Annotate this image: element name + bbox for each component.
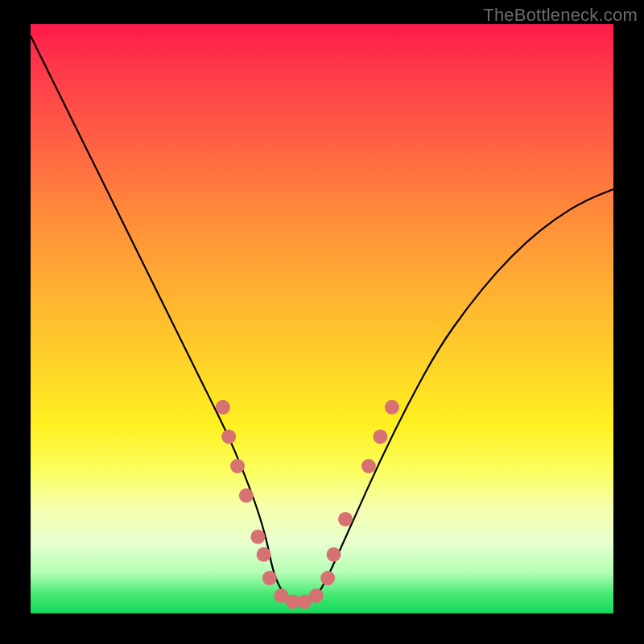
data-point [309, 588, 324, 603]
data-point [239, 489, 254, 503]
data-point [230, 459, 245, 473]
data-point [216, 400, 230, 415]
data-point [338, 512, 353, 526]
data-point [257, 547, 271, 562]
data-point [250, 530, 265, 544]
data-point [385, 400, 399, 415]
data-point [221, 429, 236, 444]
data-point [373, 429, 387, 444]
data-point [320, 571, 335, 585]
chart-container: TheBottleneck.com [0, 0, 644, 644]
data-point [262, 571, 277, 585]
data-point [361, 459, 376, 473]
data-point [327, 547, 341, 562]
data-points-group [216, 400, 399, 609]
bottleneck-curve-svg [31, 24, 613, 613]
plot-area [31, 24, 613, 613]
bottleneck-curve [31, 36, 613, 602]
watermark-text: TheBottleneck.com [483, 5, 638, 26]
